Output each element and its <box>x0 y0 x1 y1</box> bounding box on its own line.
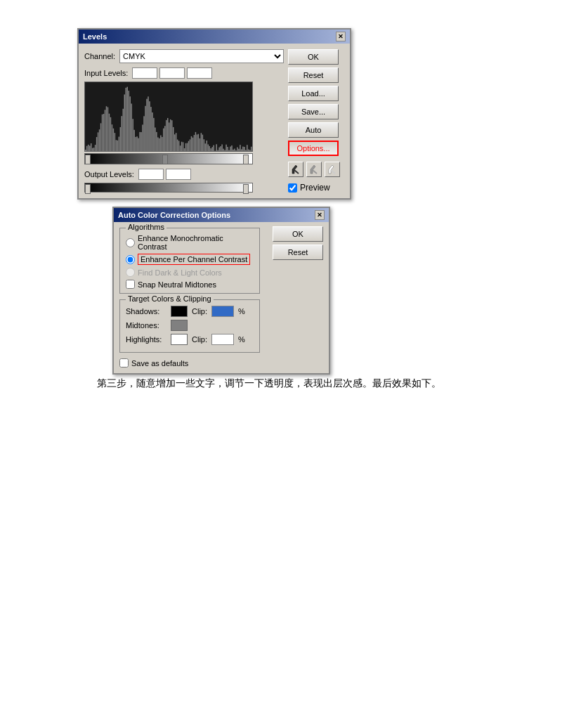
reset-button[interactable]: Reset <box>288 67 339 83</box>
midtones-swatch[interactable] <box>171 320 188 331</box>
input-slider-mid-thumb[interactable] <box>162 155 168 164</box>
shadows-clip-input[interactable]: 0.50 <box>211 306 234 317</box>
channel-label: Channel: <box>84 52 115 60</box>
preview-label: Preview <box>300 183 330 193</box>
shadows-clip-pct: % <box>238 307 245 316</box>
target-colors-title: Target Colors & Clipping <box>126 294 214 303</box>
input-slider-black-thumb[interactable] <box>85 155 91 164</box>
save-defaults-checkbox[interactable] <box>119 358 129 368</box>
radio-monochromatic-label: Enhance Monochromatic Contrast <box>138 234 254 251</box>
levels-close-button[interactable]: ✕ <box>336 32 346 41</box>
highlights-clip-pct: % <box>238 335 245 344</box>
acc-titlebar: Auto Color Correction Options ✕ <box>114 208 329 222</box>
input-slider-white-thumb[interactable] <box>243 155 249 164</box>
save-button[interactable]: Save... <box>288 104 339 119</box>
gray-eyedropper-button[interactable] <box>306 162 322 177</box>
acc-reset-button[interactable]: Reset <box>273 245 323 260</box>
black-eyedropper-button[interactable] <box>288 162 303 177</box>
article-text: 第三步，随意增加一些文字，调节一下透明度，表现出层次感。最后效果如下。 <box>14 375 548 392</box>
shadows-row: Shadows: Clip: 0.50 % <box>126 306 254 317</box>
channel-row: Channel: CMYK <box>84 49 284 63</box>
histogram <box>84 82 253 152</box>
channel-select[interactable]: CMYK <box>119 49 284 63</box>
input-levels-label: Input Levels: <box>84 69 128 77</box>
load-button[interactable]: Load... <box>288 86 339 101</box>
highlights-label: Highlights: <box>126 335 166 344</box>
radio-per-channel[interactable] <box>126 255 135 264</box>
input-slider[interactable] <box>84 153 253 164</box>
algorithms-group: Algorithms Enhance Monochromatic Contras… <box>119 228 260 294</box>
target-colors-group: Target Colors & Clipping Shadows: Clip: … <box>119 299 260 353</box>
snap-neutral-checkbox[interactable] <box>126 280 135 289</box>
acc-ok-button[interactable]: OK <box>273 226 323 242</box>
algorithms-title: Algorithms <box>126 223 166 231</box>
output-slider-black-thumb[interactable] <box>85 184 91 194</box>
svg-line-3 <box>313 170 317 174</box>
save-defaults-row: Save as defaults <box>119 358 323 368</box>
input-levels-row: Input Levels: 0 1.00 65 <box>84 67 284 79</box>
eyedroppers-row <box>288 162 344 177</box>
levels-dialog: Levels ✕ Channel: CMYK Input Levels: 0 1… <box>77 28 351 200</box>
snap-neutral-row: Snap Neutral Midtones <box>126 280 254 289</box>
save-defaults-label: Save as defaults <box>131 359 188 368</box>
highlights-row: Highlights: Clip: 0.50 % <box>126 334 254 345</box>
shadows-label: Shadows: <box>126 307 166 316</box>
ok-button[interactable]: OK <box>288 49 339 65</box>
article-content: 第三步，随意增加一些文字，调节一下透明度，表现出层次感。最后效果如下。 <box>97 377 441 389</box>
acc-dialog: Auto Color Correction Options ✕ OK Reset… <box>112 207 330 375</box>
midtones-label: Midtones: <box>126 321 166 330</box>
svg-line-1 <box>294 170 299 174</box>
radio-find-dark-label: Find Dark & Light Colors <box>138 268 222 277</box>
levels-right-panel: OK Reset Load... Save... Auto Options... <box>288 49 344 193</box>
acc-close-button[interactable]: ✕ <box>315 210 325 220</box>
levels-left-panel: Channel: CMYK Input Levels: 0 1.00 65 <box>84 49 284 193</box>
shadows-swatch[interactable] <box>171 306 188 317</box>
radio-row-2: Enhance Per Channel Contrast <box>126 254 254 265</box>
radio-per-channel-label: Enhance Per Channel Contrast <box>138 254 250 265</box>
highlights-clip-input[interactable]: 0.50 <box>211 334 234 345</box>
svg-line-5 <box>331 170 335 174</box>
output-levels-row: Output Levels: 0 255 <box>84 169 284 180</box>
input-level-1[interactable]: 0 <box>132 67 157 79</box>
white-eyedropper-button[interactable] <box>325 162 340 177</box>
acc-buttons: OK Reset <box>273 226 323 260</box>
output-level-1[interactable]: 0 <box>138 169 164 180</box>
auto-button[interactable]: Auto <box>288 122 339 138</box>
preview-row: Preview <box>288 183 344 193</box>
shadows-clip-label: Clip: <box>192 307 207 316</box>
radio-find-dark-light <box>126 268 135 277</box>
levels-titlebar: Levels ✕ <box>79 30 350 44</box>
highlights-swatch[interactable] <box>171 334 188 345</box>
radio-monochromatic[interactable] <box>126 238 135 247</box>
radio-row-1: Enhance Monochromatic Contrast <box>126 234 254 251</box>
output-level-2[interactable]: 255 <box>166 169 191 180</box>
input-level-2[interactable]: 1.00 <box>159 67 185 79</box>
options-button[interactable]: Options... <box>288 141 339 156</box>
radio-row-3: Find Dark & Light Colors <box>126 268 254 277</box>
levels-title: Levels <box>83 32 107 41</box>
input-level-3[interactable]: 65 <box>187 67 212 79</box>
output-slider[interactable] <box>84 183 253 193</box>
highlights-clip-label: Clip: <box>192 335 207 344</box>
snap-neutral-label: Snap Neutral Midtones <box>138 280 216 289</box>
acc-title: Auto Color Correction Options <box>118 211 230 219</box>
midtones-row: Midtones: <box>126 320 254 331</box>
output-levels-label: Output Levels: <box>84 170 134 178</box>
preview-checkbox[interactable] <box>288 183 297 193</box>
output-slider-white-thumb[interactable] <box>243 184 249 194</box>
